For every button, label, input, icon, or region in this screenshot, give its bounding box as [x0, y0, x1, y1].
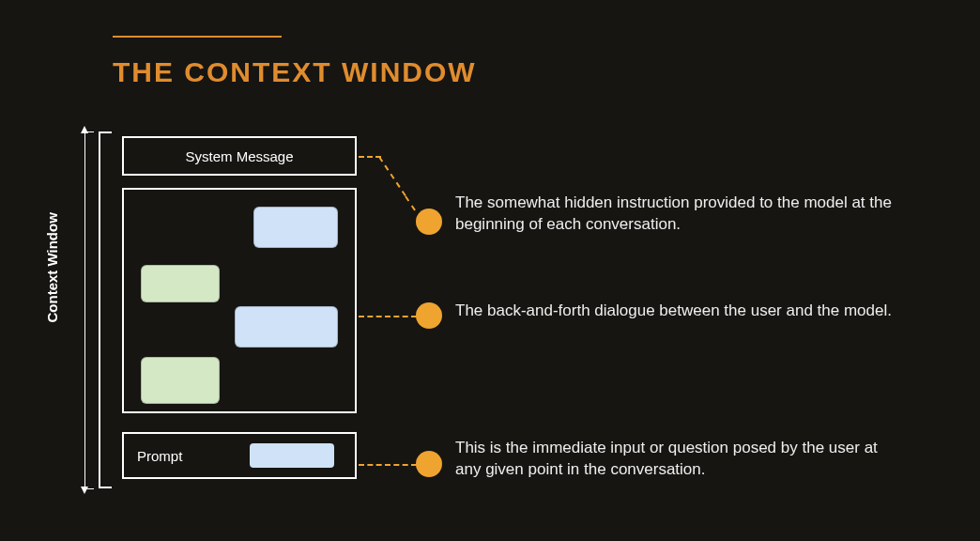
prompt-label: Prompt [137, 448, 182, 464]
callout-dot-icon [416, 302, 442, 329]
user-message-bubble [235, 306, 338, 348]
prompt-box: Prompt [122, 432, 357, 479]
axis-arrow-down-icon [81, 487, 88, 494]
model-message-bubble [141, 265, 220, 302]
axis-label: Context Window [44, 212, 60, 322]
user-message-bubble [253, 207, 338, 248]
description-prompt: This is the immediate input or question … [455, 438, 906, 481]
title-rule [113, 36, 282, 38]
connector-line [405, 195, 416, 210]
connector-line [359, 464, 417, 466]
conversation-box [122, 188, 357, 413]
axis-line [84, 131, 85, 488]
callout-dot-icon [416, 451, 442, 477]
prompt-input-bubble [250, 443, 334, 468]
page-title: THE CONTEXT WINDOW [113, 56, 477, 88]
description-conversation: The back-and-forth dialogue between the … [455, 301, 906, 322]
connector-line [378, 156, 406, 196]
system-message-label: System Message [185, 148, 293, 164]
callout-dot-icon [416, 209, 442, 235]
description-system: The somewhat hidden instruction provided… [455, 193, 906, 236]
system-message-box: System Message [122, 136, 357, 176]
context-bracket [99, 131, 112, 488]
connector-line [359, 316, 417, 317]
axis-arrow-up-icon [81, 126, 88, 133]
model-message-bubble [141, 357, 220, 404]
